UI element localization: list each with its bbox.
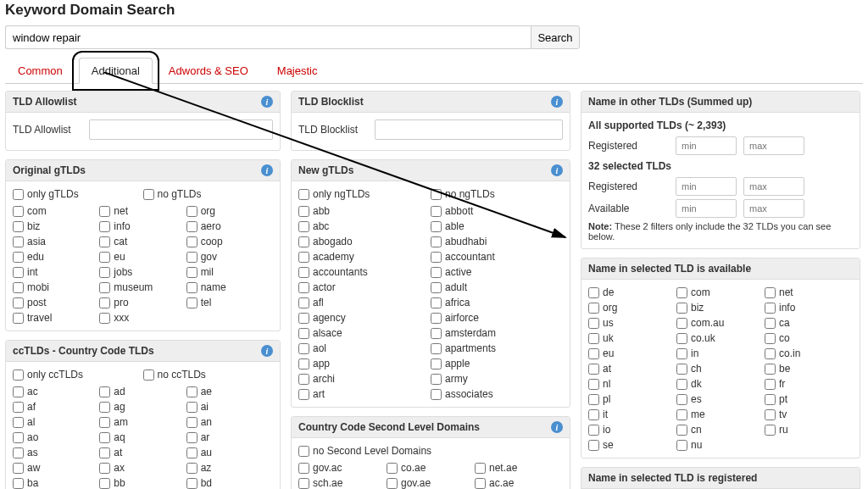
chk-cat[interactable]: cat xyxy=(99,236,186,247)
chk-pro[interactable]: pro xyxy=(99,297,186,308)
chk-ar[interactable]: ar xyxy=(186,431,273,443)
chk-agency[interactable]: agency xyxy=(298,312,431,324)
chk-no-ngtlds[interactable]: no ngTLDs xyxy=(431,188,563,200)
chk-biz[interactable]: biz xyxy=(13,220,99,232)
chk-ag[interactable]: ag xyxy=(99,401,186,413)
chk-an[interactable]: an xyxy=(186,416,273,428)
chk-gov-ac[interactable]: gov.ac xyxy=(298,462,387,474)
chk-able[interactable]: able xyxy=(431,220,563,232)
chk-aq[interactable]: aq xyxy=(99,431,186,443)
sel-reg-max[interactable] xyxy=(743,177,804,196)
chk-ba[interactable]: ba xyxy=(13,477,99,489)
chk-nu[interactable]: nu xyxy=(676,439,765,451)
chk-apple[interactable]: apple xyxy=(431,358,563,370)
all-reg-min[interactable] xyxy=(676,136,737,155)
chk-cn[interactable]: cn xyxy=(676,424,765,436)
chk-art[interactable]: art xyxy=(298,388,431,400)
chk-active[interactable]: active xyxy=(431,266,563,278)
all-reg-max[interactable] xyxy=(743,136,804,155)
keyword-search-input[interactable] xyxy=(5,25,531,49)
chk-at[interactable]: at xyxy=(99,447,186,458)
chk-amsterdam[interactable]: amsterdam xyxy=(431,327,563,339)
chk-only-cctlds[interactable]: only ccTLDs xyxy=(13,369,143,381)
chk-adult[interactable]: adult xyxy=(431,281,563,293)
info-icon[interactable]: i xyxy=(261,96,273,108)
info-icon[interactable]: i xyxy=(551,164,563,176)
chk-mil[interactable]: mil xyxy=(186,266,273,278)
chk-bb[interactable]: bb xyxy=(99,477,186,489)
chk-post[interactable]: post xyxy=(13,297,99,308)
chk-co-ae[interactable]: co.ae xyxy=(387,462,475,474)
chk-dk[interactable]: dk xyxy=(676,378,765,390)
chk-biz[interactable]: biz xyxy=(676,302,765,314)
chk-aw[interactable]: aw xyxy=(13,462,99,474)
chk-gov-ae[interactable]: gov.ae xyxy=(387,477,475,489)
chk-only-ngtlds[interactable]: only ngTLDs xyxy=(298,188,431,200)
chk-ru[interactable]: ru xyxy=(765,424,853,436)
chk-only-gtlds[interactable]: only gTLDs xyxy=(13,188,143,200)
chk-xxx[interactable]: xxx xyxy=(99,312,186,324)
chk-net-ae[interactable]: net.ae xyxy=(475,462,563,474)
chk-ch[interactable]: ch xyxy=(676,363,765,375)
chk-ax[interactable]: ax xyxy=(99,462,186,474)
chk-es[interactable]: es xyxy=(676,393,765,405)
chk-apartments[interactable]: apartments xyxy=(431,342,563,354)
chk-com[interactable]: com xyxy=(676,286,765,298)
chk-actor[interactable]: actor xyxy=(298,281,431,293)
chk-com-au[interactable]: com.au xyxy=(676,317,765,329)
chk-archi[interactable]: archi xyxy=(298,373,431,385)
chk-nl[interactable]: nl xyxy=(588,378,676,390)
chk-org[interactable]: org xyxy=(588,302,676,314)
chk-sch-ae[interactable]: sch.ae xyxy=(298,477,387,489)
chk-se[interactable]: se xyxy=(588,439,676,451)
chk-me[interactable]: me xyxy=(676,408,765,420)
chk-info[interactable]: info xyxy=(99,220,186,232)
chk-edu[interactable]: edu xyxy=(13,251,99,263)
info-icon[interactable]: i xyxy=(261,164,273,176)
chk-de[interactable]: de xyxy=(588,286,676,298)
chk-org[interactable]: org xyxy=(186,205,273,217)
chk-jobs[interactable]: jobs xyxy=(99,266,186,278)
chk-pt[interactable]: pt xyxy=(765,393,853,405)
chk-ad[interactable]: ad xyxy=(99,386,186,397)
chk-al[interactable]: al xyxy=(13,416,99,428)
chk-no-cctlds[interactable]: no ccTLDs xyxy=(143,369,274,381)
chk-app[interactable]: app xyxy=(298,358,431,370)
tab-additional[interactable]: Additional xyxy=(79,58,153,84)
chk-eu[interactable]: eu xyxy=(588,347,676,359)
chk-co-in[interactable]: co.in xyxy=(765,347,853,359)
chk-abb[interactable]: abb xyxy=(298,205,431,217)
chk-airforce[interactable]: airforce xyxy=(431,312,563,324)
tld-allowlist-input[interactable] xyxy=(89,119,273,140)
chk-ca[interactable]: ca xyxy=(765,317,853,329)
chk-mobi[interactable]: mobi xyxy=(13,281,99,293)
chk-ao[interactable]: ao xyxy=(13,431,99,443)
chk-us[interactable]: us xyxy=(588,317,676,329)
tab-majestic[interactable]: Majestic xyxy=(264,58,331,83)
chk-az[interactable]: az xyxy=(186,462,273,474)
chk-int[interactable]: int xyxy=(13,266,99,278)
tab-common[interactable]: Common xyxy=(5,58,75,83)
chk-no-gtlds[interactable]: no gTLDs xyxy=(143,188,274,200)
chk-afl[interactable]: afl xyxy=(298,297,431,308)
chk-be[interactable]: be xyxy=(765,363,853,375)
chk-fr[interactable]: fr xyxy=(765,378,853,390)
chk-eu[interactable]: eu xyxy=(99,251,186,263)
sel-reg-min[interactable] xyxy=(676,177,737,196)
info-icon[interactable]: i xyxy=(551,96,563,108)
chk-aol[interactable]: aol xyxy=(298,342,431,354)
chk-accountants[interactable]: accountants xyxy=(298,266,431,278)
chk-associates[interactable]: associates xyxy=(431,388,563,400)
chk-at[interactable]: at xyxy=(588,363,676,375)
chk-uk[interactable]: uk xyxy=(588,332,676,344)
chk-ac-ae[interactable]: ac.ae xyxy=(475,477,563,489)
chk-name[interactable]: name xyxy=(186,281,273,293)
chk-it[interactable]: it xyxy=(588,408,676,420)
tld-blocklist-input[interactable] xyxy=(375,119,563,140)
chk-am[interactable]: am xyxy=(99,416,186,428)
chk-au[interactable]: au xyxy=(186,447,273,458)
chk-co-uk[interactable]: co.uk xyxy=(676,332,765,344)
info-icon[interactable]: i xyxy=(551,421,563,433)
sel-avail-min[interactable] xyxy=(676,199,737,218)
chk-no-sld[interactable]: no Second Level Domains xyxy=(298,445,563,457)
